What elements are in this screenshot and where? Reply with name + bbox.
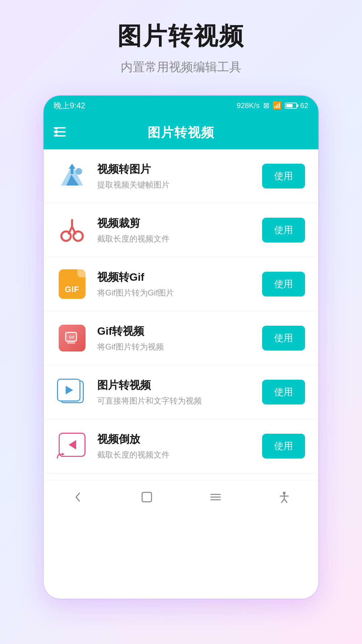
back-button[interactable] — [68, 487, 88, 507]
list-item: Gif Gif转视频 将Gif图片转为视频 使用 — [44, 311, 318, 365]
gif-icon: GIF — [57, 269, 87, 299]
item-desc: 将Gif图片转为Gif图片 — [97, 287, 252, 298]
page-subtitle: 内置常用视频编辑工具 — [121, 59, 241, 75]
item-text: 视频裁剪 截取长度的视频文件 — [97, 216, 252, 244]
use-button-3[interactable]: 使用 — [262, 326, 305, 351]
svg-point-4 — [55, 130, 58, 133]
list-item: 视频裁剪 截取长度的视频文件 使用 — [44, 203, 318, 257]
nav-bar — [44, 480, 318, 514]
list-item: 视频倒放 截取长度的视频文件 使用 — [44, 419, 318, 473]
svg-line-30 — [282, 499, 284, 502]
use-button-5[interactable]: 使用 — [262, 434, 305, 459]
svg-line-31 — [284, 499, 287, 502]
app-header-title: 图片转视频 — [147, 124, 215, 141]
battery-percent: 62 — [300, 101, 308, 110]
item-text: 视频转Gif 将Gif图片转为Gif图片 — [97, 270, 252, 298]
item-desc: 提取视频关键帧图片 — [97, 179, 252, 190]
item-text: 视频倒放 截取长度的视频文件 — [97, 432, 252, 460]
item-title: 图片转视频 — [97, 378, 252, 393]
svg-marker-20 — [66, 386, 73, 394]
app-header: 图片转视频 — [44, 116, 318, 149]
accessibility-button[interactable] — [274, 487, 294, 507]
svg-marker-22 — [62, 453, 65, 455]
item-text: 图片转视频 可直接将图片和文字转为视频 — [97, 378, 252, 406]
item-title: 视频裁剪 — [97, 216, 252, 231]
svg-marker-21 — [69, 440, 76, 449]
img-to-video-icon — [57, 377, 87, 407]
wifi-icon: 📶 — [273, 101, 282, 110]
use-button-2[interactable]: 使用 — [262, 272, 305, 297]
svg-marker-9 — [69, 164, 75, 169]
item-title: 视频转图片 — [97, 162, 252, 177]
item-title: 视频转Gif — [97, 270, 252, 285]
svg-point-3 — [55, 127, 58, 129]
battery-icon — [285, 103, 297, 109]
menu-icon[interactable] — [54, 125, 66, 140]
item-text: Gif转视频 将Gif图片转为视频 — [97, 324, 252, 352]
item-title: 视频倒放 — [97, 432, 252, 447]
svg-line-14 — [72, 227, 75, 233]
phone-frame: 晚上9:42 928K/s ⊠ 📶 62 图片转视频 — [44, 96, 318, 599]
item-desc: 将Gif图片转为视频 — [97, 341, 252, 352]
video-reverse-icon — [57, 431, 87, 461]
status-bar: 晚上9:42 928K/s ⊠ 📶 62 — [44, 96, 318, 116]
use-button-0[interactable]: 使用 — [262, 164, 305, 189]
svg-point-8 — [75, 168, 82, 175]
content-area: 视频转图片 提取视频关键帧图片 使用 视频裁剪 截取长度的视频文件 — [44, 149, 318, 480]
item-desc: 截取长度的视频文件 — [97, 233, 252, 244]
list-item: 图片转视频 可直接将图片和文字转为视频 使用 — [44, 365, 318, 419]
time-display: 晚上9:42 — [54, 100, 85, 111]
item-desc: 截取长度的视频文件 — [97, 449, 252, 460]
use-button-1[interactable]: 使用 — [262, 218, 305, 243]
list-item: GIF 视频转Gif 将Gif图片转为Gif图片 使用 — [44, 257, 318, 311]
use-button-4[interactable]: 使用 — [262, 380, 305, 405]
list-item: 视频转图片 提取视频关键帧图片 使用 — [44, 149, 318, 203]
svg-rect-23 — [142, 492, 152, 502]
svg-rect-10 — [71, 168, 73, 174]
sim-icon: ⊠ — [263, 101, 269, 110]
gif-to-video-icon: Gif — [57, 323, 87, 353]
item-desc: 可直接将图片和文字转为视频 — [97, 395, 252, 406]
item-text: 视频转图片 提取视频关键帧图片 — [97, 162, 252, 190]
status-right: 928K/s ⊠ 📶 62 — [237, 101, 308, 110]
item-title: Gif转视频 — [97, 324, 252, 339]
page-title: 图片转视频 — [117, 20, 245, 52]
video-to-img-icon — [57, 161, 87, 191]
scissors-icon — [57, 215, 87, 245]
network-speed: 928K/s — [237, 101, 260, 110]
recents-button[interactable] — [205, 487, 226, 507]
svg-point-5 — [55, 134, 58, 137]
svg-rect-19 — [67, 342, 75, 344]
svg-text:Gif: Gif — [69, 335, 74, 339]
home-button[interactable] — [137, 487, 157, 507]
